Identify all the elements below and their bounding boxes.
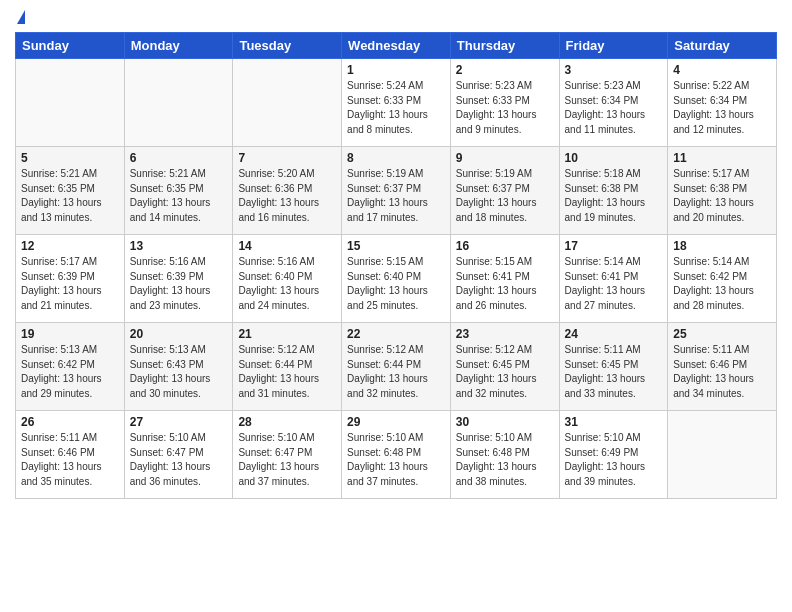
weekday-header-saturday: Saturday xyxy=(668,33,777,59)
calendar-cell: 3Sunrise: 5:23 AM Sunset: 6:34 PM Daylig… xyxy=(559,59,668,147)
day-number: 14 xyxy=(238,239,336,253)
calendar-cell: 21Sunrise: 5:12 AM Sunset: 6:44 PM Dayli… xyxy=(233,323,342,411)
day-number: 24 xyxy=(565,327,663,341)
calendar-cell: 30Sunrise: 5:10 AM Sunset: 6:48 PM Dayli… xyxy=(450,411,559,499)
day-info: Sunrise: 5:19 AM Sunset: 6:37 PM Dayligh… xyxy=(456,167,554,225)
weekday-header-tuesday: Tuesday xyxy=(233,33,342,59)
calendar-cell: 11Sunrise: 5:17 AM Sunset: 6:38 PM Dayli… xyxy=(668,147,777,235)
day-number: 3 xyxy=(565,63,663,77)
day-info: Sunrise: 5:11 AM Sunset: 6:46 PM Dayligh… xyxy=(21,431,119,489)
day-number: 9 xyxy=(456,151,554,165)
calendar-cell: 10Sunrise: 5:18 AM Sunset: 6:38 PM Dayli… xyxy=(559,147,668,235)
calendar-cell: 12Sunrise: 5:17 AM Sunset: 6:39 PM Dayli… xyxy=(16,235,125,323)
calendar-cell: 23Sunrise: 5:12 AM Sunset: 6:45 PM Dayli… xyxy=(450,323,559,411)
calendar-cell: 14Sunrise: 5:16 AM Sunset: 6:40 PM Dayli… xyxy=(233,235,342,323)
calendar-cell: 24Sunrise: 5:11 AM Sunset: 6:45 PM Dayli… xyxy=(559,323,668,411)
calendar-cell: 29Sunrise: 5:10 AM Sunset: 6:48 PM Dayli… xyxy=(342,411,451,499)
calendar-cell: 26Sunrise: 5:11 AM Sunset: 6:46 PM Dayli… xyxy=(16,411,125,499)
day-number: 23 xyxy=(456,327,554,341)
day-number: 10 xyxy=(565,151,663,165)
day-number: 22 xyxy=(347,327,445,341)
calendar-week-row: 26Sunrise: 5:11 AM Sunset: 6:46 PM Dayli… xyxy=(16,411,777,499)
day-number: 20 xyxy=(130,327,228,341)
calendar-cell: 13Sunrise: 5:16 AM Sunset: 6:39 PM Dayli… xyxy=(124,235,233,323)
calendar-cell xyxy=(233,59,342,147)
calendar-cell: 8Sunrise: 5:19 AM Sunset: 6:37 PM Daylig… xyxy=(342,147,451,235)
weekday-header-wednesday: Wednesday xyxy=(342,33,451,59)
day-info: Sunrise: 5:13 AM Sunset: 6:43 PM Dayligh… xyxy=(130,343,228,401)
day-number: 2 xyxy=(456,63,554,77)
day-info: Sunrise: 5:16 AM Sunset: 6:39 PM Dayligh… xyxy=(130,255,228,313)
day-info: Sunrise: 5:13 AM Sunset: 6:42 PM Dayligh… xyxy=(21,343,119,401)
calendar-cell: 15Sunrise: 5:15 AM Sunset: 6:40 PM Dayli… xyxy=(342,235,451,323)
day-number: 16 xyxy=(456,239,554,253)
day-info: Sunrise: 5:17 AM Sunset: 6:38 PM Dayligh… xyxy=(673,167,771,225)
day-number: 1 xyxy=(347,63,445,77)
day-info: Sunrise: 5:18 AM Sunset: 6:38 PM Dayligh… xyxy=(565,167,663,225)
calendar-cell: 28Sunrise: 5:10 AM Sunset: 6:47 PM Dayli… xyxy=(233,411,342,499)
calendar-cell: 6Sunrise: 5:21 AM Sunset: 6:35 PM Daylig… xyxy=(124,147,233,235)
weekday-header-sunday: Sunday xyxy=(16,33,125,59)
day-number: 25 xyxy=(673,327,771,341)
page-container: SundayMondayTuesdayWednesdayThursdayFrid… xyxy=(0,0,792,509)
day-info: Sunrise: 5:15 AM Sunset: 6:40 PM Dayligh… xyxy=(347,255,445,313)
calendar-cell: 18Sunrise: 5:14 AM Sunset: 6:42 PM Dayli… xyxy=(668,235,777,323)
day-info: Sunrise: 5:12 AM Sunset: 6:44 PM Dayligh… xyxy=(238,343,336,401)
day-number: 27 xyxy=(130,415,228,429)
day-number: 7 xyxy=(238,151,336,165)
day-number: 21 xyxy=(238,327,336,341)
calendar-cell: 22Sunrise: 5:12 AM Sunset: 6:44 PM Dayli… xyxy=(342,323,451,411)
calendar-cell: 20Sunrise: 5:13 AM Sunset: 6:43 PM Dayli… xyxy=(124,323,233,411)
calendar-week-row: 1Sunrise: 5:24 AM Sunset: 6:33 PM Daylig… xyxy=(16,59,777,147)
header xyxy=(15,10,777,24)
day-info: Sunrise: 5:11 AM Sunset: 6:45 PM Dayligh… xyxy=(565,343,663,401)
calendar-cell: 17Sunrise: 5:14 AM Sunset: 6:41 PM Dayli… xyxy=(559,235,668,323)
day-number: 31 xyxy=(565,415,663,429)
day-info: Sunrise: 5:15 AM Sunset: 6:41 PM Dayligh… xyxy=(456,255,554,313)
weekday-header-thursday: Thursday xyxy=(450,33,559,59)
day-number: 28 xyxy=(238,415,336,429)
calendar-table: SundayMondayTuesdayWednesdayThursdayFrid… xyxy=(15,32,777,499)
day-info: Sunrise: 5:10 AM Sunset: 6:47 PM Dayligh… xyxy=(130,431,228,489)
calendar-cell: 25Sunrise: 5:11 AM Sunset: 6:46 PM Dayli… xyxy=(668,323,777,411)
calendar-cell: 19Sunrise: 5:13 AM Sunset: 6:42 PM Dayli… xyxy=(16,323,125,411)
calendar-cell: 2Sunrise: 5:23 AM Sunset: 6:33 PM Daylig… xyxy=(450,59,559,147)
day-number: 19 xyxy=(21,327,119,341)
weekday-header-monday: Monday xyxy=(124,33,233,59)
calendar-cell: 16Sunrise: 5:15 AM Sunset: 6:41 PM Dayli… xyxy=(450,235,559,323)
day-number: 12 xyxy=(21,239,119,253)
day-info: Sunrise: 5:10 AM Sunset: 6:48 PM Dayligh… xyxy=(347,431,445,489)
day-info: Sunrise: 5:10 AM Sunset: 6:47 PM Dayligh… xyxy=(238,431,336,489)
day-number: 15 xyxy=(347,239,445,253)
day-info: Sunrise: 5:23 AM Sunset: 6:34 PM Dayligh… xyxy=(565,79,663,137)
calendar-cell: 4Sunrise: 5:22 AM Sunset: 6:34 PM Daylig… xyxy=(668,59,777,147)
day-number: 11 xyxy=(673,151,771,165)
day-info: Sunrise: 5:24 AM Sunset: 6:33 PM Dayligh… xyxy=(347,79,445,137)
calendar-cell xyxy=(668,411,777,499)
weekday-header-friday: Friday xyxy=(559,33,668,59)
day-info: Sunrise: 5:16 AM Sunset: 6:40 PM Dayligh… xyxy=(238,255,336,313)
day-number: 5 xyxy=(21,151,119,165)
day-info: Sunrise: 5:12 AM Sunset: 6:45 PM Dayligh… xyxy=(456,343,554,401)
day-info: Sunrise: 5:21 AM Sunset: 6:35 PM Dayligh… xyxy=(130,167,228,225)
day-info: Sunrise: 5:11 AM Sunset: 6:46 PM Dayligh… xyxy=(673,343,771,401)
logo-icon xyxy=(17,10,25,24)
logo xyxy=(15,10,25,24)
calendar-cell: 27Sunrise: 5:10 AM Sunset: 6:47 PM Dayli… xyxy=(124,411,233,499)
day-number: 6 xyxy=(130,151,228,165)
calendar-cell xyxy=(124,59,233,147)
calendar-cell: 7Sunrise: 5:20 AM Sunset: 6:36 PM Daylig… xyxy=(233,147,342,235)
day-number: 30 xyxy=(456,415,554,429)
calendar-week-row: 5Sunrise: 5:21 AM Sunset: 6:35 PM Daylig… xyxy=(16,147,777,235)
day-number: 29 xyxy=(347,415,445,429)
calendar-cell xyxy=(16,59,125,147)
day-number: 18 xyxy=(673,239,771,253)
day-number: 17 xyxy=(565,239,663,253)
day-info: Sunrise: 5:19 AM Sunset: 6:37 PM Dayligh… xyxy=(347,167,445,225)
calendar-week-row: 12Sunrise: 5:17 AM Sunset: 6:39 PM Dayli… xyxy=(16,235,777,323)
day-info: Sunrise: 5:10 AM Sunset: 6:49 PM Dayligh… xyxy=(565,431,663,489)
day-number: 4 xyxy=(673,63,771,77)
day-info: Sunrise: 5:17 AM Sunset: 6:39 PM Dayligh… xyxy=(21,255,119,313)
day-number: 8 xyxy=(347,151,445,165)
day-number: 13 xyxy=(130,239,228,253)
